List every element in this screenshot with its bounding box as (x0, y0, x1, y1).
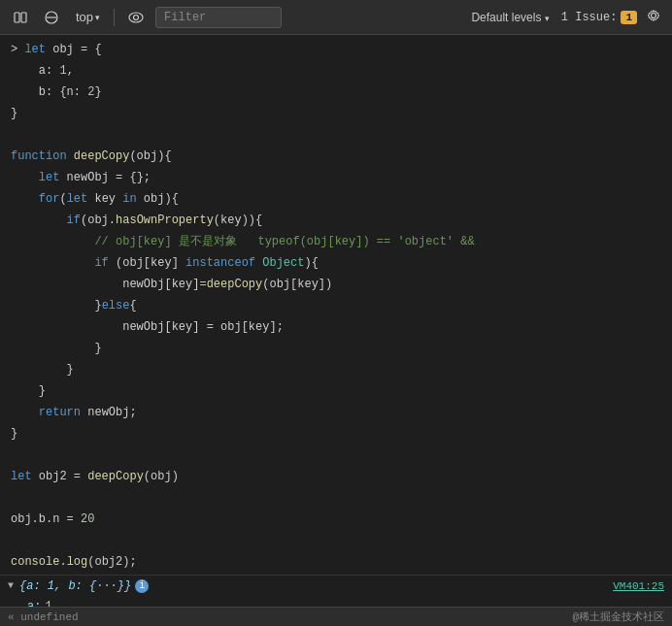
gear-icon (647, 9, 660, 22)
code-line-23: obj.b.n = 20 (0, 509, 672, 530)
code-line-13: }else{ (0, 295, 672, 316)
eye-icon (128, 12, 144, 23)
code-line-blank2 (0, 445, 672, 466)
code-line-4: } (0, 103, 672, 124)
cancel-button[interactable] (39, 7, 64, 28)
svg-rect-0 (15, 13, 19, 22)
code-line-18: return newObj; (0, 402, 672, 423)
svg-point-4 (129, 13, 143, 22)
default-levels-button[interactable]: Default levels ▾ (465, 8, 554, 27)
code-line-19: } (0, 423, 672, 445)
code-line-blank1 (0, 124, 672, 146)
chevron-down-icon: ▾ (95, 13, 100, 22)
top-context-button[interactable]: top ▾ (70, 6, 106, 28)
svg-point-6 (652, 14, 656, 18)
code-line-17: } (0, 380, 672, 402)
issue-label: 1 Issue: (561, 11, 618, 24)
code-line-8: for(let key in obj){ (0, 188, 672, 210)
code-line-12: newObj[key]=deepCopy(obj[key]) (0, 274, 672, 295)
code-line-3: b: {n: 2} (0, 82, 672, 103)
info-icon[interactable]: i (135, 579, 149, 593)
toolbar: top ▾ Default levels ▾ 1 Issue: 1 (0, 0, 672, 35)
watermark: @稀土掘金技术社区 (572, 610, 664, 624)
filter-input[interactable] (155, 7, 282, 28)
code-line-25: console.log(obj2); (0, 551, 672, 573)
code-line-21: let obj2 = deepCopy(obj) (0, 466, 672, 487)
sidebar-toggle-button[interactable] (8, 7, 33, 28)
output-link[interactable]: VM401:25 (613, 577, 672, 595)
code-line-blank4 (0, 530, 672, 551)
code-line-14: newObj[key] = obj[key]; (0, 316, 672, 338)
code-line-7: let newObj = {}; (0, 167, 672, 188)
sidebar-icon (14, 11, 27, 24)
code-line-15: } (0, 338, 672, 359)
code-line-16: } (0, 359, 672, 380)
output-section: ▼ {a: 1, b: {···}} i VM401:25 a: 1 ▼ b: … (0, 575, 672, 607)
output-obj-row[interactable]: ▼ {a: 1, b: {···}} i VM401:25 (0, 576, 672, 597)
expand-arrow-obj: ▼ (8, 577, 19, 595)
output-obj-summary: {a: 1, b: {···}} (19, 577, 131, 595)
console-area: > let obj = { a: 1, b: {n: 2} } function… (0, 35, 672, 607)
code-line-1: > let obj = { (0, 39, 672, 60)
bottom-bar: « undefined @稀土掘金技术社区 (0, 607, 672, 626)
code-line-blank3 (0, 487, 672, 509)
output-a-row: a: 1 (0, 597, 672, 607)
output-a-value: 1 (45, 598, 51, 607)
issue-count: 1 (621, 11, 637, 24)
code-line-10: // obj[key] 是不是对象 typeof(obj[key]) == 'o… (0, 231, 672, 252)
undefined-label: « undefined (8, 611, 79, 623)
code-line-9: if(obj.hasOwnProperty(key)){ (0, 210, 672, 231)
settings-button[interactable] (643, 5, 664, 29)
code-line-6: function deepCopy(obj){ (0, 146, 672, 167)
levels-label: Default levels (471, 11, 541, 24)
output-a-label: a: (27, 598, 41, 607)
code-line-11: if (obj[key] instanceof Object){ (0, 252, 672, 274)
top-label: top (76, 10, 93, 24)
eye-button[interactable] (122, 8, 150, 27)
code-line-2: a: 1, (0, 60, 672, 82)
issue-badge: 1 Issue: 1 (561, 11, 637, 24)
divider (114, 9, 115, 26)
svg-rect-1 (21, 13, 26, 22)
cancel-icon (45, 11, 58, 24)
svg-point-5 (134, 15, 139, 19)
levels-chevron-icon: ▾ (545, 14, 550, 23)
